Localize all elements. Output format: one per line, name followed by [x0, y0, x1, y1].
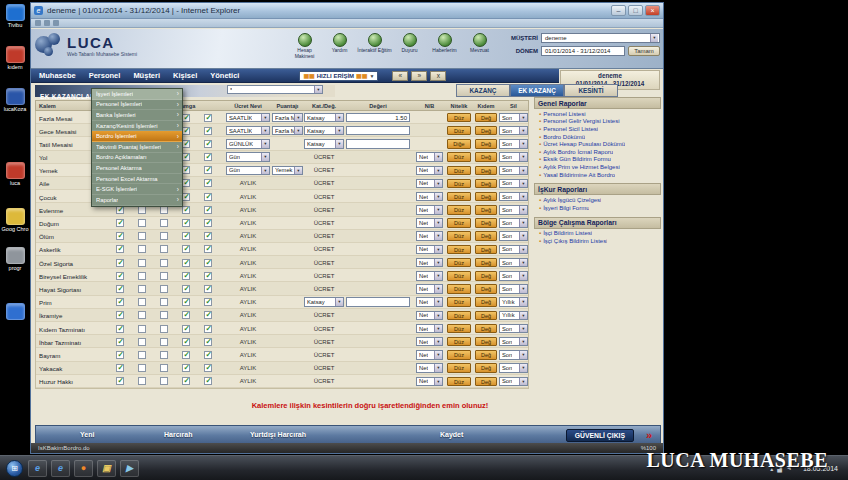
menu-item[interactable]: E-SGK İşlemleri›: [92, 184, 182, 195]
puantaj-select[interactable]: Yemek▾: [272, 166, 303, 176]
tax-checkbox[interactable]: [116, 206, 124, 214]
puantaj-select[interactable]: Fazla M▾: [272, 126, 303, 136]
tax-checkbox[interactable]: [116, 377, 124, 385]
tax-checkbox[interactable]: [182, 311, 190, 319]
footer-button[interactable]: Yeni: [80, 431, 94, 438]
internet-explorer-icon[interactable]: e: [28, 460, 47, 477]
tax-checkbox[interactable]: [160, 206, 168, 214]
report-link[interactable]: ▪Personel Sicil Listesi: [534, 125, 661, 133]
kidem-button[interactable]: Değ: [475, 284, 497, 294]
tax-checkbox[interactable]: [138, 285, 146, 293]
tax-checkbox[interactable]: [138, 219, 146, 227]
nitelik-button[interactable]: Düz: [447, 324, 471, 334]
tax-checkbox[interactable]: [204, 193, 212, 201]
tax-checkbox[interactable]: [116, 219, 124, 227]
firefox-icon[interactable]: ●: [74, 460, 93, 477]
start-button[interactable]: ⊞: [6, 460, 23, 477]
tax-checkbox[interactable]: [160, 351, 168, 359]
quick-access-select[interactable]: ▦▦ HIZLI ERİŞİM ▦▦ ▼: [299, 71, 378, 81]
tax-checkbox[interactable]: [204, 377, 212, 385]
tax-checkbox[interactable]: [138, 351, 146, 359]
menu-item[interactable]: Personel Aktarma: [92, 163, 182, 174]
logout-button[interactable]: GÜVENLİ ÇIKIŞ: [566, 429, 634, 442]
tax-checkbox[interactable]: [116, 245, 124, 253]
kidem-button[interactable]: Değ: [475, 258, 497, 268]
menu-item[interactable]: Personel Excel Aktarma: [92, 174, 182, 185]
sil-select[interactable]: Son▾: [499, 205, 528, 215]
tax-checkbox[interactable]: [116, 259, 124, 267]
kidem-button[interactable]: Değ: [475, 297, 497, 307]
sil-select[interactable]: Son▾: [499, 271, 528, 281]
tax-checkbox[interactable]: [138, 325, 146, 333]
kidem-button[interactable]: Değ: [475, 113, 497, 123]
kidem-button[interactable]: Değ: [475, 231, 497, 241]
tax-checkbox[interactable]: [204, 219, 212, 227]
sil-select[interactable]: Son▾: [499, 284, 528, 294]
kidem-button[interactable]: Değ: [475, 245, 497, 255]
menu-item[interactable]: Kazanç/Kesinti İşlemleri›: [92, 121, 182, 132]
forward-icon[interactable]: [44, 20, 50, 26]
nitelik-button[interactable]: Düz: [447, 311, 471, 321]
nitelik-button[interactable]: Düz: [447, 245, 471, 255]
nitelik-button[interactable]: Düz: [447, 126, 471, 136]
kidem-button[interactable]: Değ: [475, 311, 497, 321]
report-link[interactable]: ▪İşçi Çıkış Bildirim Listesi: [534, 237, 661, 245]
tax-checkbox[interactable]: [116, 232, 124, 240]
degeri-input[interactable]: [346, 139, 410, 149]
kidem-button[interactable]: Değ: [475, 350, 497, 360]
tax-checkbox[interactable]: [182, 364, 190, 372]
tax-checkbox[interactable]: [138, 377, 146, 385]
tax-checkbox[interactable]: [160, 259, 168, 267]
tax-checkbox[interactable]: [116, 364, 124, 372]
musteri-select[interactable]: deneme ▾: [541, 33, 660, 43]
nitelik-button[interactable]: Düz: [447, 113, 471, 123]
tax-checkbox[interactable]: [160, 285, 168, 293]
nitelik-button[interactable]: Diğe: [447, 139, 471, 149]
close-button[interactable]: ×: [645, 5, 660, 16]
menu-item[interactable]: Banka İşlemleri›: [92, 110, 182, 121]
nitelik-button[interactable]: Düz: [447, 231, 471, 241]
tax-checkbox[interactable]: [182, 351, 190, 359]
tax-checkbox[interactable]: [182, 245, 190, 253]
window-titlebar[interactable]: e deneme | 01/01/2014 - 31/12/2014 | - I…: [31, 3, 663, 19]
tax-checkbox[interactable]: [116, 311, 124, 319]
tax-checkbox[interactable]: [160, 338, 168, 346]
nb-select[interactable]: Net▾: [416, 258, 443, 268]
tax-checkbox[interactable]: [182, 285, 190, 293]
tax-checkbox[interactable]: [138, 298, 146, 306]
sil-select[interactable]: Son▾: [499, 377, 528, 387]
menu-scroll-button[interactable]: x: [430, 71, 446, 81]
desktop-icon[interactable]: Goog Chro: [0, 208, 30, 232]
sil-select[interactable]: Son▾: [499, 113, 528, 123]
tax-checkbox[interactable]: [204, 140, 212, 148]
tax-checkbox[interactable]: [160, 219, 168, 227]
sil-select[interactable]: Son▾: [499, 324, 528, 334]
tax-checkbox[interactable]: [182, 338, 190, 346]
tax-checkbox[interactable]: [204, 311, 212, 319]
header-tool-button[interactable]: Mevzuat: [462, 33, 497, 60]
kidem-button[interactable]: Değ: [475, 192, 497, 202]
tax-checkbox[interactable]: [182, 325, 190, 333]
tax-checkbox[interactable]: [182, 140, 190, 148]
tax-checkbox[interactable]: [204, 285, 212, 293]
tax-checkbox[interactable]: [138, 259, 146, 267]
nitelik-button[interactable]: Düz: [447, 192, 471, 202]
nitelik-button[interactable]: Düz: [447, 218, 471, 228]
tax-checkbox[interactable]: [116, 351, 124, 359]
puantaj-select[interactable]: Fazla M▾: [272, 113, 303, 123]
tax-checkbox[interactable]: [116, 285, 124, 293]
nb-select[interactable]: Net▾: [416, 271, 443, 281]
tax-checkbox[interactable]: [182, 272, 190, 280]
tax-checkbox[interactable]: [160, 311, 168, 319]
tax-checkbox[interactable]: [138, 206, 146, 214]
nb-select[interactable]: Net▾: [416, 337, 443, 347]
sil-select[interactable]: Son▾: [499, 192, 528, 202]
menu-item[interactable]: Takvimli Puantaj İşlemleri›: [92, 142, 182, 153]
sil-select[interactable]: Son▾: [499, 258, 528, 268]
footer-button[interactable]: Kaydet: [440, 431, 463, 438]
tax-checkbox[interactable]: [182, 166, 190, 174]
tax-checkbox[interactable]: [204, 206, 212, 214]
nitelik-button[interactable]: Düz: [447, 337, 471, 347]
ucret-nevi-select[interactable]: Gün▾: [226, 166, 270, 176]
nav-menu-item[interactable]: Yönetici: [210, 71, 239, 80]
